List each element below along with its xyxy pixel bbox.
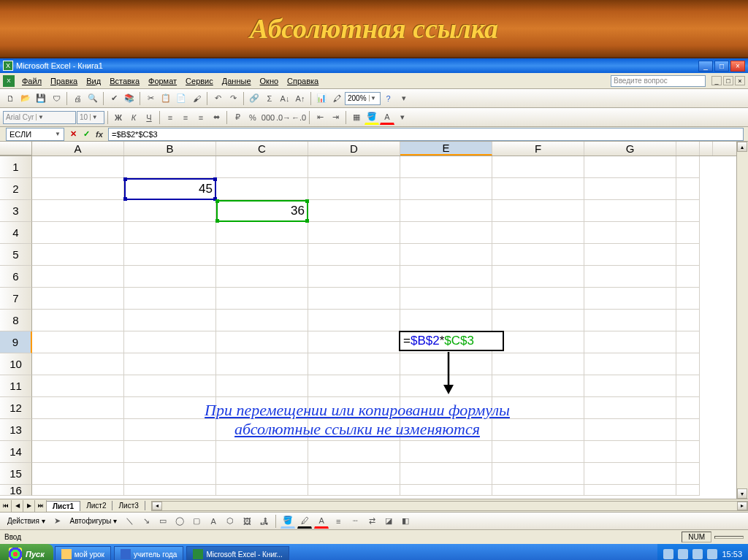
row-header-9[interactable]: 9: [0, 331, 32, 353]
menu-window[interactable]: Окно: [256, 75, 283, 87]
bold-icon[interactable]: Ж: [111, 110, 126, 125]
cell-h2[interactable]: [676, 178, 700, 200]
cell-d5[interactable]: [308, 244, 400, 266]
cell-a6[interactable]: [32, 266, 124, 288]
print-icon[interactable]: 🖨: [70, 91, 85, 106]
cell-g16[interactable]: [584, 485, 676, 496]
cell-g15[interactable]: [584, 463, 676, 485]
cell-b15[interactable]: [124, 463, 216, 485]
cell-f10[interactable]: [492, 353, 584, 375]
cell-d9[interactable]: [308, 331, 400, 353]
sheet-tab-1[interactable]: Лист1: [47, 501, 80, 511]
col-header-b[interactable]: B: [124, 142, 216, 156]
col-header-next[interactable]: [676, 142, 700, 156]
cell-h5[interactable]: [676, 244, 700, 266]
scroll-track[interactable]: [162, 502, 737, 510]
cell-b14[interactable]: [124, 441, 216, 463]
cell-c10[interactable]: [216, 353, 308, 375]
cell-h14[interactable]: [676, 441, 700, 463]
cell-e15[interactable]: [400, 463, 492, 485]
col-header-d[interactable]: D: [308, 142, 400, 156]
cell-b3[interactable]: [124, 200, 216, 222]
font-size-combo[interactable]: 10▼: [77, 111, 104, 124]
cell-c5[interactable]: [216, 244, 308, 266]
cell-c16[interactable]: [216, 485, 308, 496]
row-header-10[interactable]: 10: [0, 353, 32, 375]
menu-file[interactable]: Файл: [18, 75, 46, 87]
cell-c2[interactable]: [216, 178, 308, 200]
chart-wizard-icon[interactable]: 📊: [314, 91, 329, 106]
cell-g3[interactable]: [584, 200, 676, 222]
cell-c6[interactable]: [216, 266, 308, 288]
col-header-a[interactable]: A: [32, 142, 124, 156]
cell-c3[interactable]: 36: [216, 200, 308, 222]
minimize-button[interactable]: _: [698, 61, 713, 72]
borders-icon[interactable]: ▦: [349, 110, 364, 125]
scroll-right-icon[interactable]: ▸: [737, 502, 747, 510]
row-header-12[interactable]: 12: [0, 397, 32, 419]
cell-a2[interactable]: [32, 178, 124, 200]
cell-d4[interactable]: [308, 222, 400, 244]
arrowstyle-icon[interactable]: ⇄: [365, 514, 379, 529]
cell-f11[interactable]: [492, 375, 584, 397]
cell-f8[interactable]: [492, 310, 584, 331]
tray-icon[interactable]: [663, 549, 673, 559]
align-center-icon[interactable]: ≡: [178, 110, 193, 125]
editing-cell-e9[interactable]: =$B$2*$C$3: [399, 331, 504, 351]
hyperlink-icon[interactable]: 🔗: [247, 91, 262, 106]
line-icon[interactable]: ＼: [122, 514, 137, 529]
open-icon[interactable]: 📂: [18, 91, 33, 106]
linecolor-icon[interactable]: 🖊: [297, 514, 312, 529]
menu-edit[interactable]: Правка: [46, 75, 82, 87]
cell-b8[interactable]: [124, 310, 216, 331]
cell-g7[interactable]: [584, 288, 676, 310]
cell-c7[interactable]: [216, 288, 308, 310]
menu-help[interactable]: Справка: [283, 75, 323, 87]
cell-e7[interactable]: [400, 288, 492, 310]
new-icon[interactable]: 🗋: [3, 91, 18, 106]
fontcolor-icon[interactable]: A: [314, 514, 329, 529]
cell-f6[interactable]: [492, 266, 584, 288]
row-header-8[interactable]: 8: [0, 310, 32, 331]
cell-g13[interactable]: [584, 419, 676, 441]
cell-e2[interactable]: [400, 178, 492, 200]
underline-icon[interactable]: Ч: [142, 110, 156, 125]
font-color-icon[interactable]: A: [380, 110, 394, 125]
diagram-icon[interactable]: ⬡: [223, 514, 237, 529]
taskbar-item-excel[interactable]: Microsoft Excel - Книг...: [186, 546, 289, 560]
cell-h1[interactable]: [676, 156, 700, 178]
row-header-15[interactable]: 15: [0, 463, 32, 485]
cell-a10[interactable]: [32, 353, 124, 375]
cell-d16[interactable]: [308, 485, 400, 496]
cell-h4[interactable]: [676, 222, 700, 244]
tab-last-icon[interactable]: ⏭: [35, 500, 47, 512]
cell-f5[interactable]: [492, 244, 584, 266]
dashstyle-icon[interactable]: ┈: [348, 514, 362, 529]
row-header-2[interactable]: 2: [0, 178, 32, 200]
doc-restore-button[interactable]: □: [723, 76, 733, 85]
textbox-icon[interactable]: ▢: [189, 514, 204, 529]
decrease-indent-icon[interactable]: ⇤: [313, 110, 327, 125]
cell-b9[interactable]: [124, 331, 216, 353]
tab-prev-icon[interactable]: ◀: [12, 500, 23, 512]
cell-h9[interactable]: [676, 331, 700, 353]
cell-g14[interactable]: [584, 441, 676, 463]
cell-f2[interactable]: [492, 178, 584, 200]
scroll-up-icon[interactable]: ▴: [737, 142, 747, 152]
cell-d1[interactable]: [308, 156, 400, 178]
doc-minimize-button[interactable]: _: [711, 76, 722, 85]
draw-actions-menu[interactable]: Действия ▾: [4, 517, 48, 525]
italic-icon[interactable]: К: [126, 110, 141, 125]
paste-icon[interactable]: 📄: [174, 91, 188, 106]
cell-f4[interactable]: [492, 222, 584, 244]
scroll-left-icon[interactable]: ◂: [152, 502, 162, 510]
cut-icon[interactable]: ✂: [143, 91, 158, 106]
sheet-tab-3[interactable]: Лист3: [112, 501, 145, 510]
select-objects-icon[interactable]: ➤: [50, 514, 65, 529]
cell-f1[interactable]: [492, 156, 584, 178]
cell-g8[interactable]: [584, 310, 676, 331]
help-icon[interactable]: ?: [381, 91, 396, 106]
sheet-tab-2[interactable]: Лист2: [80, 501, 112, 510]
oval-icon[interactable]: ◯: [172, 514, 187, 529]
cell-b10[interactable]: [124, 353, 216, 375]
